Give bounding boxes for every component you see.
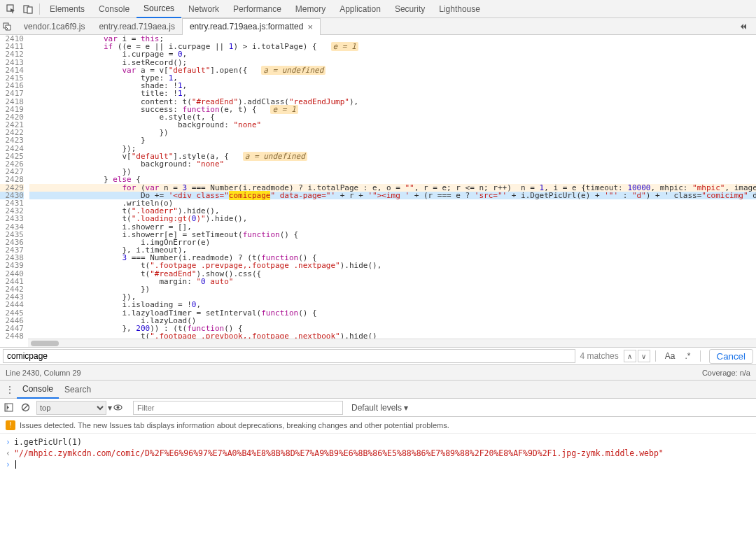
cancel-button[interactable]: Cancel — [709, 349, 754, 364]
chevron-right-icon: › — [6, 459, 14, 470]
console-prompt[interactable]: › — [6, 459, 750, 470]
code-line[interactable]: title: !1, — [29, 90, 756, 97]
search-input[interactable] — [3, 349, 575, 363]
caret — [15, 460, 16, 469]
code-line[interactable]: i.curpage = 0, — [29, 50, 756, 58]
console-output-text: "//mhpic.zymkcdn.com/comic/D%2F%E6%96%97… — [14, 448, 750, 459]
chevron-left-icon: ‹ — [6, 448, 14, 459]
tab-network[interactable]: Network — [181, 0, 226, 18]
console-output-row: ‹ "//mhpic.zymkcdn.com/comic/D%2F%E6%96%… — [6, 448, 750, 459]
code-line[interactable]: background: "none" — [29, 160, 756, 168]
h-scrollbar[interactable] — [28, 339, 756, 347]
tab-lighthouse[interactable]: Lighthouse — [432, 0, 487, 18]
levels-select[interactable]: Default levels ▾ — [351, 403, 408, 413]
next-match-button[interactable]: ∨ — [638, 350, 650, 362]
code-line[interactable]: content: t("#readEnd").addClass("readEnd… — [29, 98, 756, 106]
code-line[interactable]: t(".footpage .prevbook,.footpage .nextbo… — [29, 332, 756, 339]
file-tab-label: entry.read.719aea.js:formatted — [190, 22, 304, 31]
svg-line-7 — [23, 405, 28, 410]
context-select[interactable]: top — [36, 401, 106, 415]
regex-toggle[interactable]: .* — [682, 351, 692, 361]
svg-rect-2 — [27, 7, 32, 13]
svg-point-9 — [117, 406, 120, 409]
tab-security[interactable]: Security — [388, 0, 432, 18]
tab-application[interactable]: Application — [332, 0, 388, 18]
divider — [39, 3, 40, 15]
console-input-text: i.getPicUrl(1) — [14, 436, 750, 448]
tab-elements[interactable]: Elements — [43, 0, 92, 18]
warning-icon: ! — [6, 420, 15, 430]
issues-text: Issues detected. The new Issues tab disp… — [20, 421, 449, 429]
drawer-grip-icon[interactable]: ⋮ — [6, 385, 14, 395]
code-line[interactable]: i.isloading = !0, — [29, 301, 756, 308]
search-match-count: 4 matches — [580, 351, 618, 361]
close-icon[interactable]: × — [307, 22, 313, 32]
filter-input[interactable] — [133, 401, 343, 415]
drawer-tab-console[interactable]: Console — [17, 381, 59, 399]
device-icon[interactable] — [21, 2, 35, 16]
drawer-tab-search[interactable]: Search — [59, 381, 97, 399]
inspect-icon[interactable] — [4, 2, 18, 16]
file-tab-1[interactable]: entry.read.719aea.js — [92, 18, 182, 35]
code-line[interactable]: t(".loading:gt(0)").hide(), — [29, 215, 756, 222]
file-tab-2[interactable]: entry.read.719aea.js:formatted × — [182, 18, 321, 35]
coverage-status: Coverage: n/a — [702, 369, 750, 377]
file-tab-0[interactable]: vendor.1ca6f9.js — [17, 18, 92, 35]
case-toggle[interactable]: Aa — [663, 351, 678, 361]
console-input-row: › i.getPicUrl(1) — [6, 436, 750, 448]
divider — [700, 350, 701, 362]
code-line[interactable]: i.showerr = [], — [29, 223, 756, 231]
chevron-right-icon: › — [6, 436, 14, 448]
code-line[interactable]: }) — [29, 285, 756, 293]
prev-match-button[interactable]: ∧ — [624, 350, 636, 362]
scrollbar-thumb[interactable] — [31, 341, 59, 346]
tabs-overflow-icon[interactable] — [739, 22, 753, 31]
live-expr-icon[interactable] — [113, 403, 127, 412]
code-line[interactable]: t(".footpage .prevpage,.footpage .nextpa… — [29, 262, 756, 269]
tab-console[interactable]: Console — [92, 0, 136, 18]
pages-icon[interactable] — [3, 22, 17, 31]
code-line[interactable]: } — [29, 136, 756, 144]
tab-performance[interactable]: Performance — [226, 0, 288, 18]
sidebar-toggle-icon[interactable] — [4, 403, 18, 412]
divider — [655, 350, 656, 362]
clear-console-icon[interactable] — [21, 403, 35, 412]
tab-memory[interactable]: Memory — [288, 0, 332, 18]
cursor-position: Line 2430, Column 29 — [6, 369, 81, 377]
tab-sources[interactable]: Sources — [136, 0, 181, 18]
